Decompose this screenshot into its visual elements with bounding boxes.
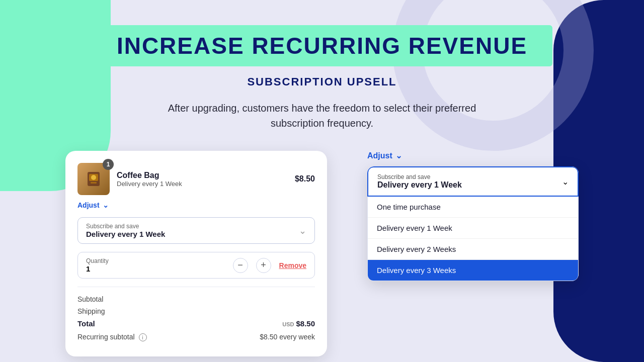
description-text: After upgrading, customers have the free… — [141, 101, 503, 131]
subtitle: SUBSCRIPTION UPSELL — [247, 75, 396, 88]
product-price: $8.50 — [295, 174, 315, 184]
adjust-label: Adjust — [77, 201, 100, 209]
subtotal-row: Subtotal — [77, 293, 315, 305]
total-row: Total USD$8.50 — [77, 317, 315, 330]
total-amount: $8.50 — [296, 319, 315, 328]
dropdown-option[interactable]: Delivery every 3 Weeks — [368, 260, 578, 281]
quantity-increase-button[interactable]: + — [256, 258, 271, 273]
usd-label: USD — [282, 321, 294, 327]
quantity-value: 1 — [86, 264, 109, 273]
cards-row: 1 Coffee Bag Delivery every 1 Week $8.50… — [0, 151, 644, 356]
sub-dropdown-label: Subscribe and save — [86, 223, 165, 230]
main-content: INCREASE RECURRING REVENUE SUBSCRIPTION … — [0, 0, 644, 356]
info-icon[interactable]: i — [139, 333, 147, 341]
dropdown-option[interactable]: One time purchase — [368, 197, 578, 218]
product-image-wrapper: 1 — [77, 163, 110, 195]
quantity-info: Quantity 1 — [86, 257, 109, 273]
dropdown-header-value: Delivery every 1 Week — [377, 180, 462, 190]
shipping-label: Shipping — [77, 307, 105, 315]
sub-dropdown-value: Delivery every 1 Week — [86, 230, 165, 238]
product-name: Coffee Bag — [117, 171, 288, 180]
dropdown-option[interactable]: Delivery every 2 Weeks — [368, 239, 578, 260]
quantity-row: Quantity 1 − + Remove — [77, 252, 315, 279]
product-row: 1 Coffee Bag Delivery every 1 Week $8.50 — [77, 163, 315, 195]
adjust-button[interactable]: Adjust ⌄ — [77, 201, 315, 209]
coffee-bag-icon — [84, 169, 104, 189]
svg-point-3 — [91, 175, 96, 180]
sub-dropdown-info: Subscribe and save Delivery every 1 Week — [86, 223, 165, 238]
adjust-chevron-icon: ⌄ — [395, 151, 402, 160]
dropdown-header[interactable]: Subscribe and save Delivery every 1 Week… — [367, 166, 579, 197]
dropdown-header-label: Subscribe and save — [377, 173, 462, 180]
quantity-controls: − + Remove — [233, 258, 306, 273]
cart-card: 1 Coffee Bag Delivery every 1 Week $8.50… — [65, 151, 327, 356]
quantity-decrease-button[interactable]: − — [233, 258, 248, 273]
subscription-dropdown-panel: Subscribe and save Delivery every 1 Week… — [367, 166, 579, 281]
recurring-value: $8.50 every week — [260, 333, 315, 341]
totals-section: Subtotal Shipping Total USD$8.50 Recurri… — [77, 287, 315, 344]
remove-button[interactable]: Remove — [279, 261, 306, 269]
dropdown-option[interactable]: Delivery every 1 Week — [368, 218, 578, 239]
title-box: INCREASE RECURRING REVENUE — [92, 25, 552, 66]
subscription-dropdown[interactable]: Subscribe and save Delivery every 1 Week… — [77, 217, 315, 244]
product-info: Coffee Bag Delivery every 1 Week — [117, 171, 288, 188]
quantity-label: Quantity — [86, 257, 109, 264]
recurring-row: Recurring subtotal i $8.50 every week — [77, 330, 315, 344]
product-delivery: Delivery every 1 Week — [117, 180, 288, 188]
dropdown-header-chevron-icon: ⌄ — [562, 177, 569, 187]
cart-badge: 1 — [103, 159, 114, 170]
dropdown-header-info: Subscribe and save Delivery every 1 Week — [377, 173, 462, 190]
subtotal-label: Subtotal — [77, 295, 103, 303]
svg-rect-2 — [91, 182, 97, 184]
main-title: INCREASE RECURRING REVENUE — [117, 32, 527, 59]
total-value: USD$8.50 — [282, 319, 315, 328]
adjust-right-label: Adjust — [367, 151, 392, 160]
total-label: Total — [77, 319, 95, 328]
dropdown-chevron-icon: ⌄ — [299, 225, 306, 236]
right-panel: Adjust ⌄ Subscribe and save Delivery eve… — [367, 151, 579, 281]
chevron-down-icon: ⌄ — [103, 201, 109, 209]
adjust-right-button[interactable]: Adjust ⌄ — [367, 151, 402, 160]
dropdown-options-list: One time purchaseDelivery every 1 WeekDe… — [367, 197, 579, 281]
shipping-row: Shipping — [77, 305, 315, 317]
recurring-label: Recurring subtotal i — [77, 333, 147, 341]
